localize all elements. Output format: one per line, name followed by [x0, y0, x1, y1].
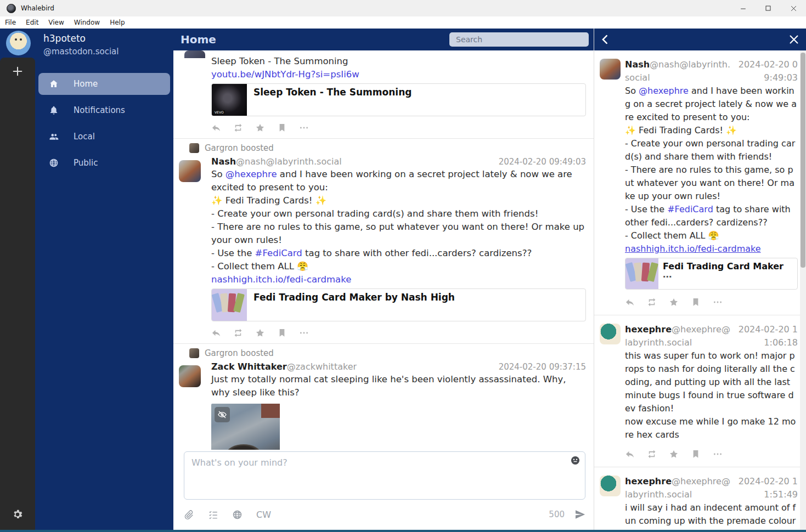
menu-window[interactable]: Window [69, 19, 105, 26]
display-name[interactable]: Nash [211, 156, 236, 167]
hide-media-icon[interactable] [215, 407, 230, 422]
post-fedi-cards[interactable]: Gargron boosted Nash @nash@labyrinth.soc… [173, 139, 594, 344]
sidebar-item-notifications[interactable]: Notifications [38, 99, 170, 121]
home-icon [49, 79, 59, 89]
close-icon[interactable] [788, 33, 800, 46]
account-handle[interactable]: @zackwhittaker [287, 361, 357, 372]
reply-icon[interactable] [211, 123, 221, 133]
bookmark-icon[interactable] [691, 297, 701, 307]
avatar[interactable] [179, 160, 201, 182]
content-warning-button[interactable]: CW [256, 510, 271, 520]
timestamp[interactable]: 2024-02-20 09:49:03 [499, 157, 586, 167]
sidebar-item-local[interactable]: Local [38, 126, 170, 148]
thread-post-hexephre-2[interactable]: hexephre@hexephre@labyrinth.social 2024-… [594, 467, 800, 530]
avatar[interactable] [179, 365, 201, 387]
send-icon[interactable] [574, 509, 585, 520]
compose-textarea[interactable] [184, 451, 585, 500]
gear-icon[interactable] [12, 508, 24, 520]
avatar[interactable] [189, 348, 199, 358]
timeline-header: Home [173, 29, 594, 50]
back-icon[interactable] [599, 33, 611, 46]
display-name[interactable]: hexephre [625, 476, 672, 486]
account-handle[interactable]: @nash@labyrinth.social [236, 156, 342, 167]
account-avatar[interactable] [6, 31, 31, 55]
account-rail [0, 58, 35, 530]
timestamp[interactable]: 2024-02-20 11:06:18 [732, 323, 798, 349]
post-body: Just my totally normal cat sleeping like… [211, 373, 586, 399]
timestamp[interactable]: 2024-02-20 11:51:49 [732, 475, 798, 501]
avatar[interactable] [600, 476, 621, 496]
thread-post-nash[interactable]: Nash@nash@labyrinth.social 2024-02-20 09… [594, 50, 800, 315]
sidebar-item-label: Home [74, 79, 98, 89]
boost-icon[interactable] [233, 123, 243, 133]
avatar[interactable] [189, 143, 199, 153]
avatar[interactable] [600, 59, 621, 80]
post-link[interactable]: nashhigh.itch.io/fedi-cardmake [625, 242, 798, 256]
menu-file[interactable]: File [0, 19, 21, 26]
display-name[interactable]: Nash [625, 59, 650, 70]
boost-icon[interactable] [233, 328, 243, 338]
reply-icon[interactable] [625, 449, 635, 459]
post-body: So @hexephre and I have been working on … [211, 168, 586, 273]
post-actions [211, 123, 586, 133]
thread-post-hexephre-1[interactable]: hexephre@hexephre@labyrinth.social 2024-… [594, 315, 800, 467]
sidebar-nav: Home Notifications Local Public [38, 73, 170, 178]
search-input[interactable] [449, 32, 589, 47]
bookmark-icon[interactable] [691, 449, 701, 459]
emoji-icon[interactable] [570, 455, 580, 466]
boost-row: Gargron boosted [189, 143, 586, 153]
favourite-icon[interactable] [669, 449, 679, 459]
link-card[interactable]: Fedi Trading Card Maker ⋯ [625, 258, 798, 290]
scrollbar-thumb[interactable] [801, 53, 805, 268]
scrollbar[interactable] [800, 50, 806, 530]
close-window-button[interactable] [781, 0, 806, 16]
visibility-globe-icon[interactable] [232, 510, 243, 520]
poll-icon[interactable] [208, 510, 218, 520]
avatar[interactable] [600, 324, 621, 344]
favourite-icon[interactable] [255, 123, 265, 133]
post-sleep-token[interactable]: Sleep Token - The Summoning youtu.be/wJN… [173, 50, 594, 139]
card-thumbnail: VEVO [212, 84, 247, 116]
minimize-button[interactable] [730, 0, 756, 16]
detail-panel: Nash@nash@labyrinth.social 2024-02-20 09… [594, 29, 806, 530]
link-card[interactable]: VEVO Sleep Token - The Summoning [211, 83, 586, 116]
card-thumbnail [625, 258, 658, 289]
boost-label: Gargron boosted [205, 348, 274, 358]
attachment-icon[interactable] [184, 510, 194, 520]
display-name[interactable]: Zack Whittaker [211, 361, 287, 372]
compose-area: CW 500 [173, 450, 594, 530]
boost-icon[interactable] [647, 449, 657, 459]
post-link[interactable]: youtu.be/wJNbtYdr-Hg?si=psIi6w [211, 68, 586, 81]
boost-icon[interactable] [647, 297, 657, 307]
card-title: Fedi Trading Card Maker ⋯ [658, 258, 797, 289]
window-bottom-edge [0, 530, 806, 532]
sidebar-item-public[interactable]: Public [38, 152, 170, 174]
post-link[interactable]: nashhigh.itch.io/fedi-cardmake [211, 273, 586, 286]
boost-label: Gargron boosted [205, 143, 274, 153]
maximize-button[interactable] [756, 0, 781, 16]
title-bar: Whalebird [0, 0, 806, 16]
link-card[interactable]: Fedi Trading Card Maker by Nash High [211, 288, 586, 321]
menu-help[interactable]: Help [105, 19, 129, 26]
more-icon[interactable] [713, 449, 723, 459]
favourite-icon[interactable] [669, 297, 679, 307]
more-icon[interactable] [299, 328, 309, 338]
reply-icon[interactable] [625, 297, 635, 307]
bookmark-icon[interactable] [277, 123, 287, 133]
post-actions [211, 328, 586, 338]
display-name[interactable]: hexephre [625, 324, 672, 335]
favourite-icon[interactable] [255, 328, 265, 338]
app-icon [7, 4, 16, 13]
post-body: this was super fun to work on! major pro… [625, 349, 798, 442]
menu-view[interactable]: View [43, 19, 69, 26]
reply-icon[interactable] [211, 328, 221, 338]
timestamp[interactable]: 2024-02-20 09:49:03 [732, 58, 798, 84]
menu-edit[interactable]: Edit [21, 19, 43, 26]
sidebar-item-home[interactable]: Home [38, 73, 170, 95]
add-account-button[interactable] [12, 65, 24, 77]
globe-icon [49, 158, 59, 168]
bookmark-icon[interactable] [277, 328, 287, 338]
more-icon[interactable] [299, 123, 309, 133]
more-icon[interactable] [713, 297, 723, 307]
timestamp[interactable]: 2024-02-20 09:37:15 [499, 362, 586, 372]
